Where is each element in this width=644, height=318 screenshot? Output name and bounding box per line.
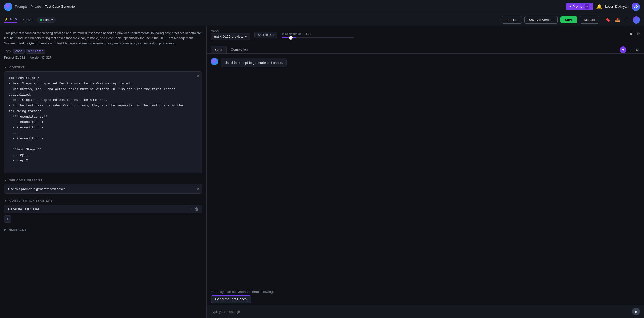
context-text[interactable]: ### Constraints: - Test Steps and Expect…	[9, 76, 198, 169]
scroll-down-button[interactable]: ▼	[620, 46, 626, 53]
share-icon[interactable]: 📤	[614, 16, 621, 23]
user-avatar-toolbar	[633, 16, 640, 24]
model-select[interactable]: gpt-4-0125-preview ▾	[211, 33, 250, 40]
version-badge-label: latest	[43, 18, 50, 22]
context-section-header[interactable]: ▼ CONTEXT	[4, 64, 202, 71]
messages-section: ▶ MESSAGES	[4, 226, 202, 234]
add-prompt-label: + Prompt	[570, 5, 583, 9]
chat-area: Use this prompt to generate test cases.	[207, 54, 644, 290]
version-badge-arrow: ▾	[51, 18, 53, 22]
breadcrumb: Prompts - Private / Test Case Generator	[15, 5, 76, 9]
welcome-box: ✕ Use this prompt to generate test cases…	[4, 184, 202, 194]
model-bar: Model gpt-4-0125-preview ▾ Shared Dial T…	[207, 26, 644, 43]
starter-chip-generate[interactable]: Generate Test Cases	[211, 295, 251, 303]
navbar-left: Prompts - Private / Test Case Generator	[4, 3, 76, 11]
tag-test-cases: test_cases	[26, 49, 45, 54]
welcome-section: ▼ WELCOME MESSAGE ✕ Use this prompt to g…	[4, 176, 202, 194]
bookmark-icon[interactable]: 🔖	[604, 16, 611, 23]
chat-message-1: Use this prompt to generate test cases.	[211, 58, 640, 67]
copy-icon[interactable]: ⧉	[635, 46, 640, 53]
messages-section-header[interactable]: ▶ MESSAGES	[4, 226, 202, 234]
tab-run-label: Run	[10, 17, 17, 21]
breadcrumb-current: Test Case Generator	[45, 5, 76, 9]
publish-button[interactable]: Publish	[502, 16, 522, 24]
welcome-message[interactable]: Use this prompt to generate test cases.	[8, 187, 66, 191]
run-icon: ⚡	[4, 17, 9, 21]
starters-section-header[interactable]: ▼ CONVERSATION STARTERS	[4, 197, 202, 205]
starters-section-title: CONVERSATION STARTERS	[9, 199, 53, 202]
chat-input-row: ▶	[207, 305, 644, 318]
temperature-slider[interactable]	[282, 37, 354, 38]
starters-chevron-icon: ▼	[4, 199, 7, 203]
tags-row: Tags: code test_cases	[4, 49, 202, 54]
user-name: Levon Dadayan	[605, 5, 629, 9]
tab-chat[interactable]: Chat	[211, 46, 227, 53]
context-section-title: CONTEXT	[9, 66, 25, 69]
welcome-close-icon[interactable]: ✕	[196, 187, 199, 191]
left-panel: This prompt is tailored for creating det…	[0, 26, 207, 318]
starter-collapse-btn[interactable]: ⌃	[190, 207, 193, 211]
add-prompt-button[interactable]: + Prompt ▾	[566, 3, 593, 10]
ids-row: Prompt ID: 232 Version ID: 327	[4, 56, 202, 59]
context-chevron-icon: ▼	[4, 66, 7, 69]
tab-run[interactable]: ⚡ Run	[4, 17, 17, 23]
chat-input[interactable]	[211, 310, 630, 314]
breadcrumb-separator: /	[42, 5, 43, 9]
tab-completion[interactable]: Completion	[227, 46, 252, 53]
welcome-section-title: WELCOME MESSAGE	[9, 179, 43, 182]
chat-tabs: Chat Completion ▼ ⤢ ⧉	[207, 43, 644, 54]
version-badge[interactable]: latest ▾	[37, 17, 56, 23]
toolbar-icons: 🔖 📤 🗑	[604, 16, 640, 24]
save-as-version-button[interactable]: Save As Version	[524, 16, 558, 24]
toolbar: ⚡ Run Version latest ▾ Publish Save As V…	[0, 13, 644, 26]
model-label: Model	[211, 29, 250, 33]
add-prompt-dropdown-icon[interactable]: ▾	[585, 4, 589, 9]
chevron-down-icon: ▾	[245, 35, 247, 38]
temperature-value: 0.2	[630, 32, 634, 36]
right-panel: Model gpt-4-0125-preview ▾ Shared Dial T…	[207, 26, 644, 318]
trash-icon[interactable]: 🗑	[624, 17, 630, 23]
conversation-starters-section: ▼ CONVERSATION STARTERS Generate Test Ca…	[4, 197, 202, 223]
chat-tabs-right: ▼ ⤢ ⧉	[620, 46, 640, 53]
version-id-value: 327	[46, 56, 51, 59]
bot-avatar	[211, 58, 218, 65]
avatar[interactable]: LD	[632, 3, 640, 11]
app-logo	[4, 3, 12, 11]
model-bar-left: Model gpt-4-0125-preview ▾	[211, 29, 250, 40]
welcome-chevron-icon: ▼	[4, 179, 7, 182]
starter-delete-btn[interactable]: 🗑	[195, 207, 198, 211]
breadcrumb-link[interactable]: Prompts - Private	[15, 5, 41, 9]
notification-icon[interactable]: 🔔	[596, 4, 602, 10]
hint-text: You may start conversation from followin…	[211, 290, 640, 294]
version-id-label: Version ID: 327	[30, 56, 51, 59]
add-starter-button[interactable]: +	[4, 215, 11, 223]
starters-hint: You may start conversation from followin…	[207, 290, 644, 305]
starter-text-1[interactable]: Generate Test Cases	[8, 207, 188, 211]
expand-icon[interactable]: ⤢	[628, 46, 633, 53]
tab-version[interactable]: Version	[21, 18, 34, 22]
chat-bubble-1: Use this prompt to generate test cases.	[221, 58, 287, 67]
messages-section-title: MESSAGES	[9, 228, 26, 231]
context-close-icon[interactable]: ✕	[196, 74, 199, 78]
navbar: Prompts - Private / Test Case Generator …	[0, 0, 644, 13]
tag-code: code	[13, 49, 25, 54]
discard-button[interactable]: Discard	[580, 16, 599, 24]
save-button[interactable]: Save	[560, 16, 577, 23]
welcome-section-header[interactable]: ▼ WELCOME MESSAGE	[4, 176, 202, 184]
prompt-description: This prompt is tailored for creating det…	[4, 30, 202, 46]
context-section: ▼ CONTEXT ✕ ### Constraints: - Test Step…	[4, 64, 202, 173]
model-value: gpt-4-0125-preview	[214, 35, 243, 38]
gear-icon[interactable]: ⚙	[637, 32, 640, 36]
navbar-right: + Prompt ▾ 🔔 Levon Dadayan LD	[566, 3, 640, 11]
tags-label: Tags:	[4, 49, 12, 53]
version-dot	[40, 19, 42, 21]
starter-row-1: Generate Test Cases ⌃ 🗑	[4, 205, 202, 213]
messages-chevron-icon: ▶	[4, 228, 6, 231]
shared-dial-button[interactable]: Shared Dial	[254, 32, 277, 38]
prompt-id-label: Prompt ID: 232	[4, 56, 25, 59]
temperature-label: Temperature (0.1 - 1.0)	[282, 32, 311, 35]
prompt-id-value: 232	[20, 56, 25, 59]
main-layout: This prompt is tailored for creating det…	[0, 26, 644, 318]
context-box: ✕ ### Constraints: - Test Steps and Expe…	[4, 71, 202, 173]
send-button[interactable]: ▶	[632, 308, 640, 315]
